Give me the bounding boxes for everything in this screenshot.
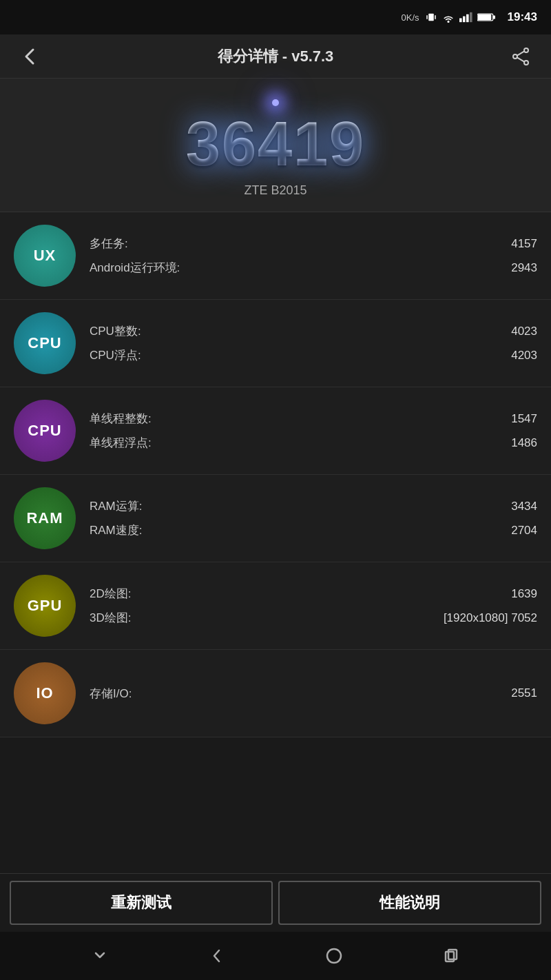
status-icons bbox=[425, 11, 495, 23]
svg-rect-1 bbox=[426, 15, 428, 19]
status-bar: 0K/s 19:43 bbox=[0, 0, 551, 34]
metric-item: RAM运算:3434 bbox=[90, 494, 537, 518]
nav-circle-system[interactable] bbox=[320, 942, 348, 970]
page-title: 得分详情 - v5.7.3 bbox=[44, 46, 507, 67]
metric-details: 单线程整数:1547单线程浮点:1486 bbox=[76, 407, 537, 455]
metric-value: 4023 bbox=[511, 325, 537, 338]
nav-back-system[interactable] bbox=[86, 942, 114, 970]
metric-label: CPU浮点: bbox=[90, 347, 141, 363]
bottom-buttons: 重新测试 性能说明 bbox=[0, 873, 551, 932]
metric-label: 单线程浮点: bbox=[90, 435, 152, 451]
metric-label: 多任务: bbox=[90, 236, 128, 252]
svg-rect-9 bbox=[492, 16, 495, 19]
metric-details: CPU整数:4023CPU浮点:4203 bbox=[76, 319, 537, 367]
nav-home-system[interactable] bbox=[203, 942, 231, 970]
badge-io: IO bbox=[14, 662, 76, 724]
metric-label: 存储I/O: bbox=[90, 686, 132, 702]
metric-label: 3D绘图: bbox=[90, 610, 131, 626]
metric-value: 2943 bbox=[511, 261, 537, 275]
metric-row: UX多任务:4157Android运行环境:2943 bbox=[0, 212, 551, 300]
metric-label: CPU整数: bbox=[90, 323, 141, 339]
svg-rect-4 bbox=[463, 17, 466, 23]
metric-item: CPU浮点:4203 bbox=[90, 343, 537, 367]
badge-cpu: CPU bbox=[14, 312, 76, 374]
metric-label: Android运行环境: bbox=[90, 260, 180, 276]
svg-rect-6 bbox=[470, 12, 472, 22]
metrics-section: UX多任务:4157Android运行环境:2943CPUCPU整数:4023C… bbox=[0, 212, 551, 737]
retest-button[interactable]: 重新测试 bbox=[10, 881, 273, 925]
metric-label: RAM运算: bbox=[90, 498, 143, 514]
metric-row: GPU2D绘图:16393D绘图:[1920x1080] 7052 bbox=[0, 562, 551, 650]
metric-value: [1920x1080] 7052 bbox=[444, 611, 537, 625]
svg-point-12 bbox=[524, 61, 528, 65]
metric-value: 1486 bbox=[511, 436, 537, 450]
metric-row: RAMRAM运算:3434RAM速度:2704 bbox=[0, 475, 551, 562]
metric-details: RAM运算:3434RAM速度:2704 bbox=[76, 494, 537, 542]
svg-rect-3 bbox=[459, 18, 462, 22]
badge-ux: UX bbox=[14, 225, 76, 287]
metric-value: 2551 bbox=[511, 686, 537, 700]
metric-item: 单线程整数:1547 bbox=[90, 407, 537, 431]
system-nav-bar bbox=[0, 932, 551, 980]
metric-details: 多任务:4157Android运行环境:2943 bbox=[76, 232, 537, 280]
metric-item: CPU整数:4023 bbox=[90, 319, 537, 343]
nav-recents-system[interactable] bbox=[437, 942, 465, 970]
badge-ram: RAM bbox=[14, 487, 76, 549]
svg-point-10 bbox=[524, 48, 528, 52]
metric-details: 存储I/O:2551 bbox=[76, 682, 537, 706]
signal-icon bbox=[459, 12, 473, 23]
svg-point-11 bbox=[513, 54, 517, 59]
score-section: 36419 ZTE B2015 bbox=[0, 79, 551, 212]
svg-rect-8 bbox=[477, 14, 491, 20]
badge-gpu: GPU bbox=[14, 575, 76, 637]
metric-label: 2D绘图: bbox=[90, 586, 131, 602]
metric-row: CPU单线程整数:1547单线程浮点:1486 bbox=[0, 387, 551, 475]
metric-details: 2D绘图:16393D绘图:[1920x1080] 7052 bbox=[76, 582, 537, 630]
total-score: 36419 bbox=[14, 113, 537, 175]
metric-item: 3D绘图:[1920x1080] 7052 bbox=[90, 606, 537, 630]
back-button[interactable] bbox=[17, 43, 44, 70]
share-button[interactable] bbox=[507, 43, 534, 70]
wifi-icon bbox=[441, 12, 455, 23]
metric-row: CPUCPU整数:4023CPU浮点:4203 bbox=[0, 300, 551, 387]
metric-item: 存储I/O:2551 bbox=[90, 682, 537, 706]
metric-value: 2704 bbox=[511, 524, 537, 538]
svg-line-14 bbox=[517, 57, 524, 61]
device-name: ZTE B2015 bbox=[14, 183, 537, 198]
nav-bar: 得分详情 - v5.7.3 bbox=[0, 34, 551, 79]
metric-value: 1547 bbox=[511, 412, 537, 426]
metric-item: Android运行环境:2943 bbox=[90, 256, 537, 280]
metric-item: RAM速度:2704 bbox=[90, 518, 537, 542]
svg-line-13 bbox=[517, 51, 524, 55]
metric-item: 多任务:4157 bbox=[90, 232, 537, 256]
badge-cpu: CPU bbox=[14, 400, 76, 462]
clock: 19:43 bbox=[508, 10, 537, 24]
network-speed: 0K/s bbox=[402, 12, 419, 23]
svg-rect-5 bbox=[466, 14, 469, 22]
metric-value: 4157 bbox=[511, 237, 537, 251]
glow-decoration bbox=[272, 99, 279, 106]
metric-item: 单线程浮点:1486 bbox=[90, 431, 537, 455]
metric-item: 2D绘图:1639 bbox=[90, 582, 537, 606]
svg-rect-0 bbox=[428, 14, 434, 21]
metric-value: 4203 bbox=[511, 349, 537, 363]
vibrate-icon bbox=[425, 11, 437, 23]
svg-rect-2 bbox=[435, 15, 436, 19]
metric-label: 单线程整数: bbox=[90, 411, 152, 427]
metric-value: 3434 bbox=[511, 500, 537, 513]
metric-value: 1639 bbox=[511, 587, 537, 601]
info-button[interactable]: 性能说明 bbox=[278, 881, 541, 925]
metric-row: IO存储I/O:2551 bbox=[0, 650, 551, 737]
battery-icon bbox=[477, 12, 495, 22]
svg-point-15 bbox=[327, 949, 341, 963]
metric-label: RAM速度: bbox=[90, 522, 143, 538]
